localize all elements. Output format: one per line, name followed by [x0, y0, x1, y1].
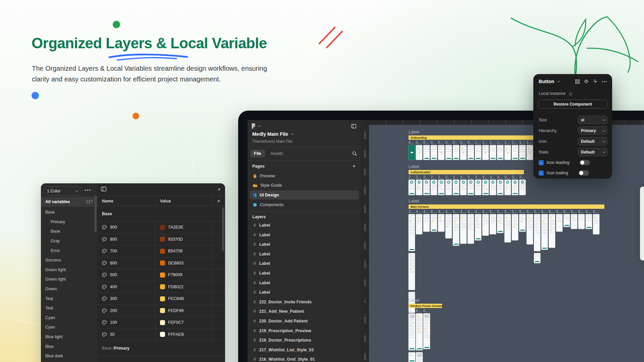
canvas-frame[interactable]	[416, 352, 423, 362]
canvas-frame[interactable]	[475, 180, 481, 195]
layer-item[interactable]: #Label	[250, 259, 359, 268]
canvas-frame[interactable]	[490, 180, 496, 195]
canvas-frame[interactable]	[453, 214, 459, 246]
variable-row[interactable]: 600DC6803	[97, 257, 225, 269]
layer-item[interactable]: #Label	[250, 279, 359, 287]
layer-item[interactable]: #Label	[250, 269, 359, 278]
tab-assets[interactable]: Assets	[267, 149, 287, 158]
frame-label[interactable]: 2…	[453, 175, 459, 179]
canvas-frame[interactable]	[431, 214, 437, 232]
section-bar[interactable]: Product Promo Screens	[409, 304, 442, 308]
sidebar-group-item[interactable]: Primary	[41, 217, 97, 227]
frame-label[interactable]: 2…	[416, 175, 422, 179]
frame-label[interactable]: 5…	[549, 209, 555, 214]
variable-value-cell[interactable]: B54708	[155, 245, 212, 257]
canvas-frame[interactable]	[431, 145, 437, 160]
canvas-frame[interactable]	[460, 145, 467, 160]
variable-value-cell[interactable]: FEDF89	[155, 305, 212, 317]
canvas-frame[interactable]	[519, 214, 526, 232]
variable-value-cell[interactable]: F79009	[155, 269, 212, 281]
frame-label[interactable]: 3…	[475, 175, 481, 179]
canvas-frame[interactable]	[564, 214, 570, 227]
variable-value-cell[interactable]: DC6803	[155, 257, 212, 269]
frame-label[interactable]: 3…	[468, 175, 474, 179]
frame-label[interactable]: 0…	[431, 140, 437, 144]
page-item-preview[interactable]: Preview	[250, 171, 359, 180]
canvas-frame[interactable]	[416, 313, 423, 350]
canvas-frame[interactable]	[512, 145, 518, 160]
frame-label[interactable]: 4…	[445, 209, 452, 214]
canvas-frame[interactable]	[586, 214, 592, 229]
layer-item[interactable]: #Label	[250, 221, 359, 230]
frame-label[interactable]: 4…	[416, 209, 422, 214]
add-page-button[interactable]: +	[353, 163, 356, 169]
figma-menu-icon[interactable]	[252, 123, 255, 129]
more-options-icon[interactable]: •••	[602, 79, 607, 83]
frame-label[interactable]: 4…	[468, 209, 474, 214]
canvas-frame[interactable]	[497, 214, 503, 233]
canvas-frame[interactable]	[423, 313, 430, 349]
frame-label[interactable]: 3…	[409, 209, 415, 214]
frame-label[interactable]: 0…	[453, 140, 459, 144]
canvas-frame[interactable]	[504, 214, 511, 242]
variable-value-cell[interactable]: FDB022	[155, 281, 212, 293]
layer-item[interactable]: #Label	[250, 288, 359, 297]
sidebar-scrollbar[interactable]	[95, 195, 97, 232]
frame-label[interactable]: 0…	[409, 140, 415, 144]
frame-label[interactable]: 3…	[512, 175, 518, 179]
frame-label[interactable]: 6…	[586, 209, 592, 214]
canvas-frame[interactable]	[460, 180, 467, 195]
variable-row[interactable]: 300FEC84B	[97, 293, 225, 305]
canvas-frame[interactable]	[416, 214, 422, 234]
variable-name-cell[interactable]: 600	[97, 257, 155, 269]
section-bar[interactable]: Authentication	[409, 170, 524, 174]
frame-label[interactable]: 1…	[475, 140, 481, 144]
inspector-title[interactable]: Button	[539, 79, 559, 84]
sidebar-group-item[interactable]: Blue	[41, 342, 97, 351]
frame-label[interactable]: 0…	[468, 140, 474, 144]
interactions-icon[interactable]	[593, 79, 598, 84]
frame-label[interactable]: 5…	[519, 209, 526, 214]
canvas-frame[interactable]	[409, 313, 415, 350]
chevron-down-icon[interactable]	[291, 132, 294, 135]
variable-value-cell[interactable]: FEC84B	[155, 293, 212, 305]
chevron-down-icon[interactable]	[258, 124, 260, 127]
section-bar[interactable]: Main Screens	[409, 204, 604, 209]
frame-label[interactable]: 6…	[409, 309, 415, 313]
swap-instance-icon[interactable]	[584, 79, 589, 84]
variable-name-cell[interactable]: 900	[97, 222, 155, 233]
component-props-icon[interactable]	[575, 79, 580, 84]
canvas-frame[interactable]	[409, 253, 415, 290]
frame-label[interactable]: 3…	[460, 175, 467, 179]
frame-label[interactable]: 2…	[423, 175, 430, 179]
sidebar-group-item[interactable]: Teal	[41, 303, 97, 313]
frame-label[interactable]: 1…	[504, 140, 511, 144]
canvas-frame[interactable]	[519, 145, 526, 160]
canvas-frame[interactable]	[468, 214, 474, 244]
frame-label[interactable]: 5…	[527, 209, 533, 214]
canvas-frame[interactable]	[497, 145, 503, 160]
canvas-frame[interactable]	[460, 214, 467, 244]
frame-label[interactable]: 2…	[438, 175, 444, 179]
sidebar-group-item[interactable]: Base	[41, 207, 97, 217]
canvas-frame[interactable]	[578, 214, 585, 229]
canvas-frame[interactable]	[482, 214, 489, 236]
canvas-frame[interactable]	[475, 214, 481, 240]
sidebar-group-item[interactable]: Green light	[41, 275, 97, 284]
variable-name-cell[interactable]: 800	[97, 234, 155, 245]
frame-label[interactable]: 1…	[482, 140, 489, 144]
frame-label[interactable]: 4…	[438, 209, 444, 214]
sidebar-group-item[interactable]: Error	[41, 246, 97, 255]
canvas-frame[interactable]	[556, 214, 562, 232]
canvas-frame[interactable]	[453, 180, 459, 195]
frame-label[interactable]: 1…	[490, 140, 496, 144]
canvas-frame[interactable]	[409, 180, 415, 195]
canvas-frame[interactable]	[423, 214, 430, 232]
canvas-frame[interactable]	[490, 145, 496, 160]
frame-label[interactable]: 6…	[578, 209, 585, 214]
sidebar-group-item[interactable]: Cyan	[41, 313, 97, 323]
canvas-frame[interactable]	[504, 145, 511, 160]
canvas-frame[interactable]	[571, 214, 577, 229]
layer-item[interactable]: #221_Add_New_Patient	[250, 307, 359, 316]
search-icon[interactable]	[352, 151, 357, 156]
